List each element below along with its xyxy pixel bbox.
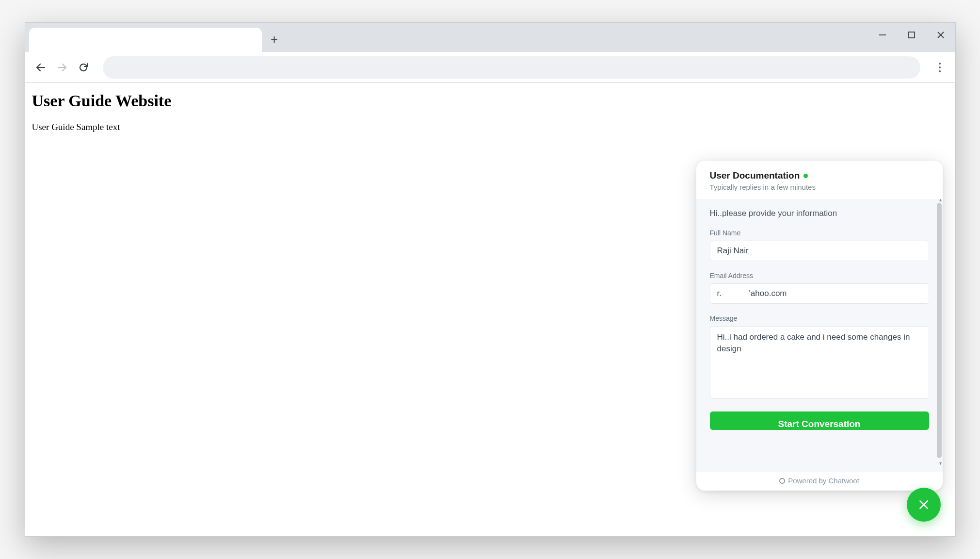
page-content: User Guide Website User Guide Sample tex… [25, 83, 955, 141]
chat-scrollbar[interactable] [937, 203, 942, 458]
close-window-button[interactable] [926, 23, 955, 47]
scroll-down-arrow-icon: ▾ [939, 460, 942, 466]
browser-window: + Use [25, 22, 956, 537]
chat-prompt-text: Hi..please provide your information [710, 209, 929, 218]
chat-body: Hi..please provide your information Full… [696, 199, 943, 472]
forward-button[interactable] [51, 57, 73, 78]
arrow-right-icon [56, 62, 68, 73]
plus-icon: + [271, 32, 278, 47]
kebab-dot-icon [939, 70, 941, 72]
kebab-dot-icon [939, 66, 941, 68]
chat-close-fab[interactable] [907, 488, 941, 522]
chat-header: User Documentation Typically replies in … [696, 161, 943, 199]
maximize-icon [907, 31, 916, 39]
minimize-button[interactable] [868, 23, 897, 47]
new-tab-button[interactable]: + [265, 30, 284, 49]
close-icon [936, 31, 945, 39]
browser-toolbar [25, 52, 955, 83]
start-conversation-button[interactable]: Start Conversation [710, 411, 929, 430]
browser-tab[interactable] [29, 28, 262, 52]
online-status-icon [803, 174, 808, 178]
chat-title: User Documentation [710, 170, 800, 181]
svg-rect-1 [909, 32, 915, 38]
arrow-left-icon [35, 62, 47, 73]
close-icon [917, 498, 930, 511]
maximize-button[interactable] [897, 23, 926, 47]
tab-strip: + [25, 23, 955, 52]
page-body-text: User Guide Sample text [32, 122, 948, 132]
full-name-label: Full Name [710, 229, 929, 237]
chat-footer-text: Powered by Chatwoot [788, 477, 859, 485]
kebab-dot-icon [939, 63, 941, 65]
browser-menu-button[interactable] [929, 57, 950, 78]
message-label: Message [710, 314, 929, 322]
chat-footer: Powered by Chatwoot [696, 472, 943, 491]
page-heading: User Guide Website [32, 92, 948, 110]
email-label: Email Address [710, 272, 929, 280]
minimize-icon [878, 31, 887, 39]
chat-subtitle: Typically replies in a few minutes [710, 183, 929, 191]
email-input[interactable] [710, 283, 929, 304]
back-button[interactable] [30, 57, 51, 78]
message-textarea[interactable] [710, 326, 929, 399]
reload-button[interactable] [73, 57, 94, 78]
full-name-input[interactable] [710, 241, 929, 261]
window-controls [868, 23, 955, 47]
chat-widget: User Documentation Typically replies in … [696, 161, 943, 491]
scroll-up-arrow-icon: ▴ [939, 199, 942, 202]
chatwoot-logo-icon [779, 478, 785, 484]
address-bar[interactable] [103, 56, 920, 79]
reload-icon [78, 62, 89, 73]
